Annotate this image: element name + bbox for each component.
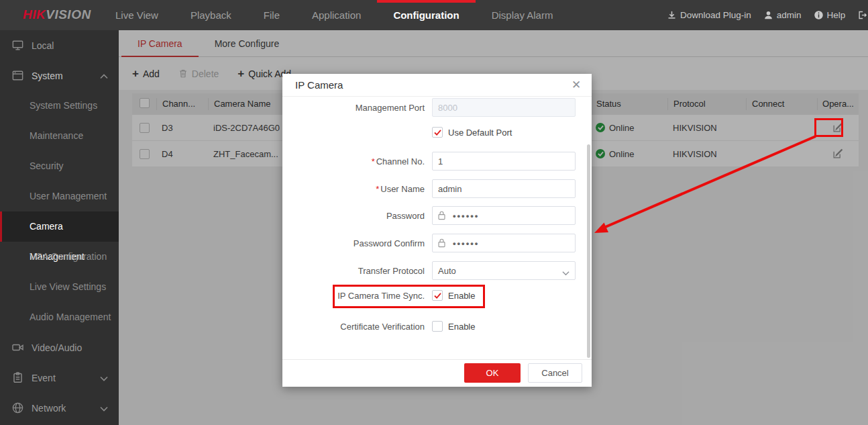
dialog-title: IP Camera <box>295 79 343 91</box>
ip-camera-dialog: IP Camera ✕ Management Port Use Default … <box>282 74 592 387</box>
help-button[interactable]: Help <box>814 10 846 20</box>
sidebar-item-live-view-settings[interactable]: Live View Settings <box>0 272 119 302</box>
management-port-label: Management Port <box>282 103 425 113</box>
hikvision-logo: HIKVISION <box>23 7 91 22</box>
download-icon <box>667 10 677 20</box>
cert-verification-row: Certificate Verification Enable <box>282 321 592 332</box>
sidebar-item-vca-configuration[interactable]: VCA Configuration <box>0 242 119 272</box>
sidebar-item-label: System <box>32 70 63 81</box>
sidebar-item-event[interactable]: Event <box>0 363 119 393</box>
transfer-protocol-label: Transfer Protocol <box>282 266 425 276</box>
clipboard-icon <box>11 371 24 384</box>
management-port-input <box>432 98 576 117</box>
use-default-port-row: Use Default Port <box>282 127 592 138</box>
user-label: admin <box>777 10 802 20</box>
window-icon <box>11 69 24 82</box>
cert-verification-checkbox[interactable]: Enable <box>432 321 576 332</box>
time-sync-label: IP Camera Time Sync. <box>282 291 425 301</box>
sidebar-item-security[interactable]: Security <box>0 151 119 181</box>
checkbox-unchecked-icon <box>432 321 443 332</box>
sidebar-item-local[interactable]: Local <box>0 30 119 60</box>
nav-item-live-view[interactable]: Live View <box>99 0 174 30</box>
nav-item-display-alarm[interactable]: Display Alarm <box>476 0 569 30</box>
sidebar-item-audio-management[interactable]: Audio Management <box>0 302 119 332</box>
sidebar-item-label: Local <box>32 40 54 51</box>
nav-item-configuration[interactable]: Configuration <box>377 0 475 30</box>
cancel-button[interactable]: Cancel <box>528 363 582 383</box>
user-name-input[interactable] <box>432 179 576 198</box>
chevron-up-icon <box>100 72 108 82</box>
globe-icon <box>11 402 24 414</box>
management-port-row: Management Port <box>282 98 592 117</box>
sidebar-item-label: Event <box>32 373 56 383</box>
password-row: Password <box>282 206 592 225</box>
transfer-protocol-row: Transfer Protocol Auto <box>282 261 592 280</box>
sidebar-item-user-management[interactable]: User Management <box>0 181 119 211</box>
password-input[interactable] <box>432 206 576 225</box>
use-default-port-label: Use Default Port <box>448 128 512 138</box>
chevron-down-icon <box>100 374 108 384</box>
nav-item-playback[interactable]: Playback <box>174 0 248 30</box>
top-nav: HIKVISION Live View Playback File Applic… <box>0 0 868 30</box>
sidebar-item-maintenance[interactable]: Maintenance <box>0 121 119 151</box>
sidebar-item-system-settings[interactable]: System Settings <box>0 91 119 121</box>
time-sync-enable-label: Enable <box>448 291 475 301</box>
password-confirm-row: Password Confirm <box>282 234 592 252</box>
required-asterisk: * <box>372 156 375 167</box>
help-label: Help <box>827 10 846 20</box>
checkbox-checked-icon <box>432 127 443 138</box>
channel-no-row: *Channel No. <box>282 152 592 171</box>
user-name-label: *User Name <box>282 184 425 194</box>
sidebar-item-system[interactable]: System <box>0 60 119 91</box>
nav-item-file[interactable]: File <box>248 0 296 30</box>
password-confirm-input[interactable] <box>432 234 576 252</box>
password-confirm-label: Password Confirm <box>282 238 425 248</box>
transfer-protocol-select[interactable]: Auto <box>432 261 576 280</box>
sidebar-item-network[interactable]: Network <box>0 393 119 423</box>
user-name-row: *User Name <box>282 179 592 198</box>
checkbox-checked-icon <box>432 290 443 301</box>
nav-item-application[interactable]: Application <box>296 0 377 30</box>
logout-button[interactable]: Logout <box>857 10 868 20</box>
logo-text-red: HIK <box>23 7 46 21</box>
transfer-protocol-value: Auto <box>438 266 456 276</box>
time-sync-checkbox[interactable]: Enable <box>432 290 576 301</box>
dialog-header: IP Camera ✕ <box>282 74 592 97</box>
cert-verification-enable-label: Enable <box>448 322 475 332</box>
channel-no-label: *Channel No. <box>282 156 425 167</box>
nav-utilities: Download Plug-in admin Help Logout <box>667 0 868 30</box>
cert-verification-label: Certificate Verification <box>282 322 425 332</box>
required-asterisk: * <box>376 184 379 194</box>
sidebar-item-camera-management[interactable]: Camera Management <box>0 211 119 242</box>
lock-icon <box>437 238 446 250</box>
logout-icon <box>857 10 867 20</box>
sidebar-item-label: Video/Audio <box>32 342 82 353</box>
close-icon[interactable]: ✕ <box>569 79 583 92</box>
ok-button[interactable]: OK <box>464 363 521 383</box>
user-menu[interactable]: admin <box>763 10 802 20</box>
download-plugin-button[interactable]: Download Plug-in <box>667 10 751 20</box>
nav-menu: Live View Playback File Application Conf… <box>99 0 569 30</box>
user-icon <box>763 10 773 20</box>
dialog-scrollbar[interactable] <box>587 144 590 358</box>
dialog-footer: OK Cancel <box>282 359 592 387</box>
chevron-down-icon <box>562 268 569 278</box>
video-camera-icon <box>11 341 24 354</box>
sidebar-item-video-audio[interactable]: Video/Audio <box>0 332 119 363</box>
sidebar: Local System System Settings Maintenance… <box>0 30 119 425</box>
use-default-port-checkbox[interactable]: Use Default Port <box>432 127 576 138</box>
password-label: Password <box>282 211 425 221</box>
lock-icon <box>437 210 446 222</box>
logo-text-gray: VISION <box>46 7 91 21</box>
monitor-icon <box>11 39 24 52</box>
download-plugin-label: Download Plug-in <box>680 10 751 20</box>
channel-no-input[interactable] <box>432 152 576 171</box>
info-icon <box>814 10 824 20</box>
chevron-down-icon <box>100 404 108 414</box>
time-sync-row: IP Camera Time Sync. Enable <box>282 290 592 301</box>
sidebar-item-label: Network <box>32 403 66 414</box>
